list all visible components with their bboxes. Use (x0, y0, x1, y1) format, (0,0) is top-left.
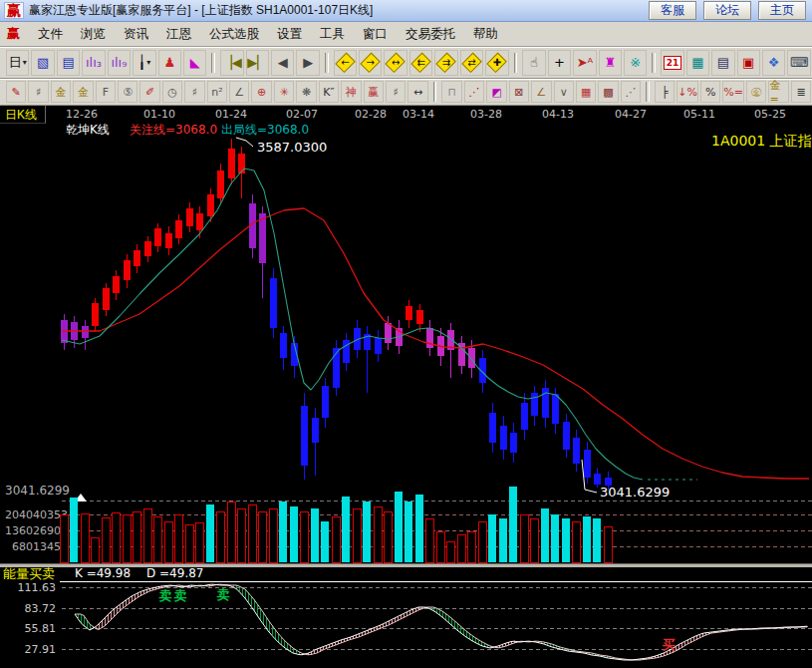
brush-button[interactable]: ✐ (139, 81, 159, 103)
prev-page-button[interactable]: ◀ (271, 50, 294, 76)
percent-lines-button[interactable]: %= (722, 81, 744, 103)
measure-button[interactable]: ╞ (655, 81, 675, 103)
width-measure-button[interactable]: ↔ (407, 81, 427, 103)
menu-file[interactable]: 文件 (29, 24, 72, 45)
hand-tool-button[interactable]: ☝ (522, 50, 545, 76)
gold-grid-button[interactable]: 金 (51, 81, 71, 103)
gold-circle-button[interactable]: ㊎ (746, 81, 766, 103)
menu-window[interactable]: 窗口 (354, 24, 397, 45)
parallel-lines-button[interactable]: ⋰ (621, 81, 641, 103)
angle-line-button[interactable]: ∠ (531, 81, 551, 103)
percent-down-button[interactable]: ↓% (677, 81, 698, 103)
gann-shift-left-button[interactable]: ← (334, 50, 357, 76)
grid-wide-button[interactable]: ♯ (386, 81, 406, 103)
menu-news[interactable]: 资讯 (115, 24, 157, 45)
gann-shift-right-button[interactable]: → (359, 50, 382, 76)
save-button[interactable]: ▣ (737, 50, 760, 76)
date-tick: 03-28 (470, 108, 502, 121)
calendar-button[interactable]: 21 (661, 50, 683, 76)
kline-period-button[interactable]: 日▾ (6, 50, 29, 76)
fan-box-button[interactable]: ◩ (486, 81, 506, 103)
volume-bar-up (520, 514, 528, 562)
volume-bar-up (91, 537, 99, 562)
date-tick: 04-27 (615, 108, 647, 121)
annotate-tool-button[interactable]: ➤ᴬ (573, 50, 596, 76)
volume-bar-up (604, 526, 612, 562)
grid-box-button[interactable]: ▦ (576, 81, 596, 103)
candle-body (573, 438, 580, 464)
candle-body (406, 306, 412, 320)
menu-settings[interactable]: 设置 (268, 24, 311, 45)
list-button[interactable]: ≣ (791, 81, 811, 103)
angle-ruler-button[interactable]: ∠ (229, 81, 249, 103)
volume-bar-up (185, 524, 193, 562)
forum-button[interactable]: 论坛 (703, 1, 751, 20)
spiral-button[interactable]: ⑤ (118, 81, 137, 103)
candle-body (375, 338, 382, 354)
fib-grid-button[interactable]: F (96, 81, 116, 103)
gold-grid-2-button[interactable]: 金 (73, 81, 93, 103)
notes-button[interactable]: ▤ (711, 50, 734, 76)
shen-tool-button[interactable]: 神 (341, 81, 361, 103)
candle-body (134, 250, 140, 266)
menu-trading[interactable]: 交易委托 (397, 24, 464, 45)
stock-reader-icon[interactable]: ♟ (158, 50, 181, 76)
smart-analysis-button[interactable]: ※ (624, 50, 647, 76)
last-page-button[interactable]: ▶▏ (246, 50, 269, 76)
win-tool-button[interactable]: 赢 (364, 81, 384, 103)
band-tool-button[interactable]: ♜ (599, 50, 622, 76)
candle-body (228, 149, 235, 178)
menu-gann[interactable]: 江恩 (157, 24, 200, 45)
image-view-icon[interactable]: ▧ (31, 50, 54, 76)
gann-compress-right-button[interactable]: ⇉ (434, 50, 457, 76)
gold-lines-button[interactable]: 金= (768, 81, 788, 103)
volume-bar-up (425, 518, 433, 562)
app-window: 赢 赢家江恩专业版[赢家服务平台] - [上证指数 SH1A0001-107日K… (0, 0, 812, 668)
time-cycle-button[interactable]: ◷ (162, 81, 182, 103)
kline-chart-canvas[interactable]: 12-2601-1001-2402-0702-2803-1403-2804-13… (0, 106, 812, 667)
menu-tools[interactable]: 工具 (311, 24, 354, 45)
date-tick: 02-28 (355, 108, 387, 121)
first-page-button[interactable]: ▕◀ (220, 50, 243, 76)
crosshair-tool-button[interactable]: + (548, 50, 571, 76)
star-web-button[interactable]: ✳ (274, 81, 294, 103)
menu-browse[interactable]: 浏览 (72, 24, 115, 45)
gann-compress-left-button[interactable]: ⇇ (409, 50, 432, 76)
target-circle-button[interactable]: ⊕ (251, 81, 271, 103)
gann-fan-button[interactable]: ⋰ (464, 81, 484, 103)
support-button[interactable]: 客服 (649, 1, 696, 20)
gann-cross-button[interactable]: ✚ (485, 50, 508, 76)
gann-expand-button[interactable]: ↔ (384, 50, 406, 76)
share-button[interactable]: ❖ (762, 50, 785, 76)
volume-bar-up (216, 511, 224, 562)
grid-dense-button[interactable]: ♯ (184, 81, 204, 103)
candle-style-button[interactable]: ╽▾ (133, 50, 155, 76)
candle-body (542, 388, 549, 418)
draw-pen-button[interactable]: ✎ (6, 81, 26, 103)
grid-box-2-button[interactable]: ▩ (598, 81, 618, 103)
candle-body (312, 418, 319, 443)
indicator-d-value: D =49.87 (146, 566, 203, 580)
wave-9-icon[interactable]: ılı₉ (108, 50, 131, 76)
grid-lines-button[interactable]: ♯ (28, 81, 48, 103)
info-doc-icon[interactable]: ▤ (57, 50, 80, 76)
percent-button[interactable]: % (700, 81, 720, 103)
calculator-button[interactable]: ▦ (686, 50, 709, 76)
wave-3-icon[interactable]: ılı₃ (82, 50, 105, 76)
gann-swap-button[interactable]: ⇄ (460, 50, 483, 76)
print-button[interactable]: ⌨ (787, 50, 810, 76)
homepage-button[interactable]: 主页 (758, 1, 806, 20)
n-square-button[interactable]: n² (207, 81, 227, 103)
menu-help[interactable]: 帮助 (464, 24, 507, 45)
colored-kline-icon[interactable]: ◣ (183, 50, 206, 76)
spider-web-button[interactable]: ❋ (296, 81, 316, 103)
next-page-button[interactable]: ▶ (296, 50, 319, 76)
t-square-button[interactable]: ⊓ (441, 81, 461, 103)
zigzag-button[interactable]: ∨ (554, 81, 574, 103)
menu-formula-picker[interactable]: 公式选股 (200, 24, 268, 45)
kline-pane-tab[interactable]: 日K线 (0, 106, 46, 124)
symbol-label: 1A0001 上证指数 (711, 133, 812, 149)
candle-body (521, 403, 528, 430)
k-mark-button[interactable]: K″ (319, 81, 339, 103)
fan-square-button[interactable]: ⊠ (509, 81, 529, 103)
